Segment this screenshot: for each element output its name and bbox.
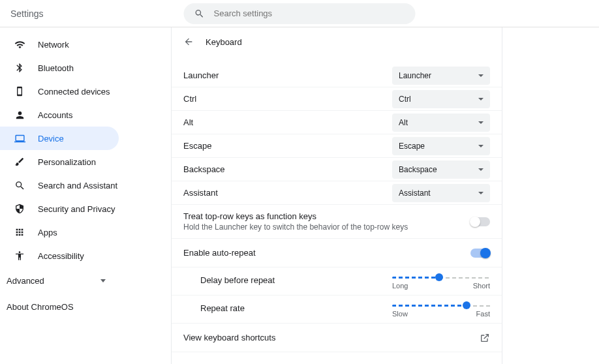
sidebar-item-apps[interactable]: Apps — [0, 220, 119, 244]
toprow-label: Treat top-row keys as function keys — [183, 211, 408, 221]
brush-icon — [13, 157, 26, 167]
keymap-row-alt: Alt Alt — [172, 111, 502, 134]
advanced-label: Advanced — [7, 276, 44, 286]
sidebar: Network Bluetooth Connected devices Acco… — [0, 27, 171, 364]
chevron-down-icon — [478, 74, 484, 77]
keymap-label: Ctrl — [183, 94, 196, 104]
shield-icon — [13, 204, 26, 214]
delay-slider-row: Delay before repeat Long Short — [172, 267, 502, 296]
shortcuts-label: View keyboard shortcuts — [183, 333, 275, 342]
keymap-label: Alt — [183, 117, 193, 127]
sidebar-item-search-assistant[interactable]: Search and Assistant — [0, 174, 119, 197]
apps-icon — [13, 227, 26, 237]
accessibility-icon — [13, 250, 26, 261]
autorepeat-toggle[interactable] — [470, 249, 490, 258]
rate-low-label: Slow — [392, 310, 408, 318]
sidebar-item-label: Bluetooth — [38, 63, 74, 73]
sidebar-item-label: Apps — [38, 228, 57, 237]
about-label: About ChromeOS — [7, 302, 74, 312]
arrow-back-icon — [183, 37, 194, 47]
keymap-row-assistant: Assistant Assistant — [172, 181, 502, 205]
keymap-row-escape: Escape Escape — [172, 134, 502, 158]
phone-icon — [13, 86, 26, 97]
app-header: Settings — [0, 0, 599, 27]
sidebar-item-label: Accounts — [38, 110, 72, 120]
keymap-dropdown-escape[interactable]: Escape — [392, 137, 490, 155]
input-settings-label: Change input settings — [183, 362, 266, 365]
page-title: Keyboard — [206, 37, 242, 47]
delay-label: Delay before repeat — [200, 273, 275, 285]
keymap-dropdown-ctrl[interactable]: Ctrl — [392, 90, 490, 108]
change-input-row[interactable]: Change input settings — [172, 352, 502, 364]
autorepeat-row: Enable auto-repeat — [172, 239, 502, 267]
chevron-down-icon — [478, 98, 484, 100]
keymap-label: Backspace — [183, 164, 225, 174]
sidebar-item-bluetooth[interactable]: Bluetooth — [0, 56, 119, 80]
delay-slider[interactable] — [392, 277, 490, 279]
sidebar-item-label: Network — [38, 40, 69, 50]
view-shortcuts-row[interactable]: View keyboard shortcuts — [172, 324, 502, 352]
sidebar-item-label: Personalization — [38, 157, 96, 167]
sidebar-item-label: Device — [38, 134, 64, 144]
keymap-dropdown-alt[interactable]: Alt — [392, 114, 490, 132]
page-header: Keyboard — [172, 27, 502, 56]
toprow-toggle[interactable] — [470, 217, 490, 226]
search-input[interactable] — [214, 8, 405, 18]
settings-title: Settings — [10, 8, 44, 19]
keymap-dropdown-launcher[interactable]: Launcher — [392, 67, 490, 85]
toprow-sublabel: Hold the Launcher key to switch the beha… — [183, 222, 408, 232]
sidebar-item-connected-devices[interactable]: Connected devices — [0, 80, 119, 103]
chevron-down-icon — [100, 279, 106, 282]
keymap-label: Escape — [183, 141, 211, 151]
sidebar-item-label: Search and Assistant — [38, 181, 117, 190]
rate-slider[interactable] — [392, 305, 490, 307]
toprow-keys-row: Treat top-row keys as function keys Hold… — [172, 205, 502, 239]
chevron-down-icon — [478, 145, 484, 147]
autorepeat-label: Enable auto-repeat — [183, 248, 256, 258]
keymap-row-launcher: Launcher Launcher — [172, 64, 502, 87]
chevron-down-icon — [478, 121, 484, 124]
sidebar-about-chromeos[interactable]: About ChromeOS — [0, 294, 171, 320]
chevron-down-icon — [478, 168, 484, 171]
sidebar-advanced-toggle[interactable]: Advanced — [0, 267, 119, 294]
content-pane: Keyboard Launcher Launcher Ctrl Ctrl Alt… — [171, 27, 502, 364]
search-icon — [194, 8, 205, 19]
back-button[interactable] — [183, 37, 194, 47]
keymap-dropdown-assistant[interactable]: Assistant — [392, 184, 490, 202]
rate-slider-row: Repeat rate Slow Fast — [172, 296, 502, 324]
sidebar-item-label: Security and Privacy — [38, 204, 115, 214]
sidebar-item-label: Accessibility — [38, 251, 84, 261]
search-box[interactable] — [184, 3, 416, 24]
delay-high-label: Short — [473, 282, 490, 290]
person-icon — [13, 110, 26, 121]
sidebar-item-device[interactable]: Device — [0, 127, 119, 150]
bluetooth-icon — [13, 63, 26, 73]
rate-label: Repeat rate — [200, 301, 245, 313]
delay-low-label: Long — [392, 282, 408, 290]
wifi-icon — [13, 39, 26, 50]
sidebar-item-accessibility[interactable]: Accessibility — [0, 244, 119, 267]
open-external-icon — [480, 333, 490, 343]
rate-high-label: Fast — [476, 310, 490, 318]
search-icon — [13, 180, 26, 191]
keymap-label: Assistant — [183, 188, 218, 198]
keymap-row-ctrl: Ctrl Ctrl — [172, 87, 502, 111]
keymap-label: Launcher — [183, 70, 219, 80]
sidebar-item-accounts[interactable]: Accounts — [0, 103, 119, 127]
sidebar-item-label: Connected devices — [38, 87, 110, 97]
laptop-icon — [13, 133, 26, 144]
chevron-down-icon — [478, 192, 484, 194]
keymap-row-backspace: Backspace Backspace — [172, 158, 502, 181]
sidebar-item-security-privacy[interactable]: Security and Privacy — [0, 197, 119, 220]
keymap-dropdown-backspace[interactable]: Backspace — [392, 160, 490, 179]
sidebar-item-network[interactable]: Network — [0, 33, 119, 56]
sidebar-item-personalization[interactable]: Personalization — [0, 150, 119, 174]
